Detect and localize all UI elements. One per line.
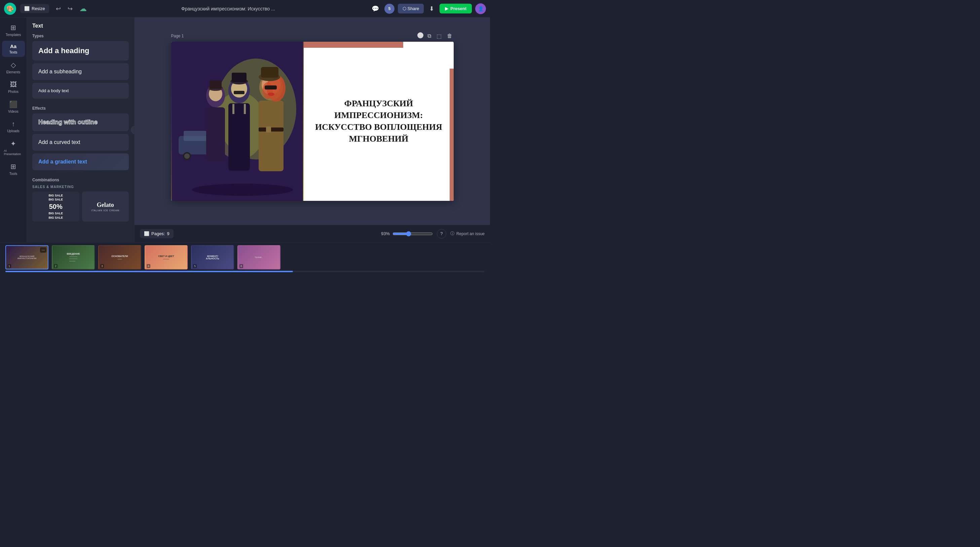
- sidebar-item-elements[interactable]: ◇ Elements: [2, 58, 25, 77]
- videos-icon: ⬛: [9, 100, 18, 108]
- sidebar-item-texts[interactable]: Aa Texts: [2, 41, 25, 57]
- pages-count: 9: [167, 231, 169, 236]
- bottom-bar: ⬜ Pages: 9 93% ? ⓘ Report an issue: [135, 225, 490, 242]
- report-issue-button[interactable]: ⓘ Report an issue: [450, 231, 485, 236]
- svg-rect-20: [232, 104, 234, 114]
- svg-point-26: [262, 82, 273, 99]
- document-title: Французский импрессионизм: Искусство ...: [91, 6, 366, 11]
- svg-rect-15: [228, 103, 250, 171]
- cloud-save-icon: ☁: [80, 4, 87, 13]
- slide-duplicate-button[interactable]: ⧉: [426, 32, 433, 40]
- combo-card-sale[interactable]: BIG SALEBIG SALE50%BIG SALEBIG SALE: [32, 191, 80, 222]
- add-subheading-button[interactable]: Add a subheading: [32, 63, 129, 80]
- sidebar-label-templates: Templates: [6, 33, 21, 37]
- thumbnail-6[interactable]: ТЕХНИ... 6: [237, 245, 280, 270]
- present-icon: ▶: [445, 6, 448, 11]
- svg-rect-29: [265, 85, 277, 89]
- sidebar-item-tools[interactable]: ⊞ Tools: [2, 160, 25, 178]
- thumb-2-content: ВВЕДЕНИЕ ━━━━━━━━━━━━━━━━━━━━━━: [52, 246, 94, 269]
- add-heading-button[interactable]: Add a heading: [32, 41, 129, 61]
- zoom-slider[interactable]: [393, 231, 433, 236]
- sidebar-item-ai-presentation[interactable]: ✦ AI Presentation: [2, 137, 25, 158]
- sidebar-item-photos[interactable]: 🖼 Photos: [2, 78, 25, 96]
- thumb-1-menu[interactable]: ···: [40, 247, 46, 253]
- svg-rect-23: [259, 100, 283, 171]
- svg-point-6: [184, 153, 190, 159]
- svg-rect-10: [206, 107, 225, 161]
- thumbnail-3[interactable]: ОСНОВАТЕЛИ ━━━━ 3: [98, 245, 141, 270]
- slide-accent-right: [450, 69, 454, 201]
- undo-button[interactable]: ↩: [53, 4, 64, 14]
- download-button[interactable]: ⬇: [427, 3, 436, 14]
- user-avatar[interactable]: 👤: [475, 3, 486, 14]
- combinations-section-label: Combinations: [32, 178, 129, 182]
- app-logo[interactable]: 🎨: [4, 3, 16, 15]
- combinations-grid: BIG SALEBIG SALE50%BIG SALEBIG SALE Gela…: [32, 191, 129, 222]
- thumbnail-1[interactable]: ФРАНЦУЗСКИЙИМПРЕССИОНИЗМ ··· 1: [5, 245, 48, 270]
- thumbnail-2[interactable]: ВВЕДЕНИЕ ━━━━━━━━━━━━━━━━━━━━━━ 2: [52, 245, 95, 270]
- collaborators-badge[interactable]: 5: [384, 4, 395, 14]
- canvas-wrapper[interactable]: Page 1 ⧉ ⬚ 🗑: [135, 18, 490, 225]
- svg-point-30: [268, 92, 274, 96]
- slide-color-btn[interactable]: [417, 32, 423, 38]
- sidebar-label-elements: Elements: [6, 70, 21, 74]
- uploads-icon: ↑: [12, 120, 15, 128]
- zoom-value: 93%: [381, 231, 390, 236]
- pages-button[interactable]: ⬜ Pages: 9: [140, 229, 173, 238]
- sidebar-item-templates[interactable]: ⊞ Templates: [2, 21, 25, 39]
- pages-label: Pages:: [151, 231, 165, 236]
- pages-icon: ⬜: [144, 231, 149, 236]
- svg-rect-21: [244, 104, 246, 114]
- thumbnail-strip: ФРАНЦУЗСКИЙИМПРЕССИОНИЗМ ··· 1 ВВЕДЕНИЕ …: [0, 242, 490, 273]
- sidebar-label-ai: AI Presentation: [4, 149, 23, 156]
- page-label: Page 1: [171, 33, 184, 38]
- sidebar-label-photos: Photos: [8, 90, 19, 94]
- report-label: Report an issue: [457, 231, 485, 236]
- thumbnails-list: ФРАНЦУЗСКИЙИМПРЕССИОНИЗМ ··· 1 ВВЕДЕНИЕ …: [5, 245, 485, 270]
- canvas-area: Page 1 ⧉ ⬚ 🗑: [135, 18, 490, 242]
- svg-rect-32: [266, 126, 271, 132]
- add-curved-button[interactable]: Add a curved text: [32, 134, 129, 151]
- svg-rect-28: [261, 67, 278, 78]
- help-button[interactable]: ?: [437, 229, 446, 239]
- combo-sale-text: BIG SALEBIG SALE50%BIG SALEBIG SALE: [48, 193, 63, 220]
- slide-delete-button[interactable]: 🗑: [445, 32, 454, 40]
- sidebar-item-videos[interactable]: ⬛ Videos: [2, 97, 25, 116]
- thumb-2-num: 2: [54, 264, 57, 268]
- slide-image: [171, 42, 304, 201]
- slide-text-area: ФРАНЦУЗСКИЙ ИМПРЕССИОНИЗМ: ИСКУССТВО ВОП…: [304, 42, 453, 201]
- sidebar-item-uploads[interactable]: ↑ Uploads: [2, 117, 25, 136]
- resize-button[interactable]: ⬜ Resize: [20, 4, 49, 13]
- redo-button[interactable]: ↪: [65, 4, 75, 14]
- sidebar-icons: ⊞ Templates Aa Texts ◇ Elements 🖼 Photos…: [0, 18, 27, 242]
- slide-image-area: [171, 42, 304, 201]
- comment-button[interactable]: 💬: [370, 3, 381, 14]
- thumb-6-content: ТЕХНИ...: [238, 246, 280, 269]
- thumb-5-num: 5: [193, 264, 197, 268]
- svg-rect-13: [210, 80, 222, 89]
- svg-rect-19: [234, 91, 245, 94]
- thumbnail-scrollbar[interactable]: [5, 271, 485, 272]
- add-gradient-button[interactable]: Add a gradient text: [32, 153, 129, 170]
- texts-icon: Aa: [10, 43, 16, 49]
- combo-gelato-sub: ITALIAN ICE CREAM: [91, 209, 119, 212]
- main-area: ⊞ Templates Aa Texts ◇ Elements 🖼 Photos…: [0, 18, 490, 242]
- combo-card-gelato[interactable]: Gelato ITALIAN ICE CREAM: [82, 191, 129, 222]
- present-button[interactable]: ▶ Present: [439, 4, 472, 13]
- elements-icon: ◇: [11, 61, 16, 69]
- thumb-4-num: 4: [146, 264, 150, 268]
- share-button[interactable]: ⬡ Share: [398, 4, 424, 13]
- thumbnail-5[interactable]: МОМЕНТ/АЛЬНОСТЬ 5: [191, 245, 234, 270]
- add-outline-button[interactable]: Heading with outline: [32, 113, 129, 131]
- types-label: Types: [32, 33, 129, 38]
- thumbnail-4[interactable]: СВЕТ И ЦВЕТ ━━━━━━ 4: [145, 245, 188, 270]
- ai-presentation-icon: ✦: [10, 140, 16, 148]
- slide-expand-button[interactable]: ⬚: [435, 32, 443, 40]
- panel-collapse-button[interactable]: ‹: [131, 126, 135, 134]
- sidebar-label-videos: Videos: [8, 110, 18, 113]
- undo-redo-group: ↩ ↪: [53, 4, 75, 14]
- slide-title: ФРАНЦУЗСКИЙ ИМПРЕССИОНИЗМ: ИСКУССТВО ВОП…: [314, 97, 443, 145]
- sales-marketing-label: SALES & MARKETING: [32, 185, 129, 189]
- add-body-button[interactable]: Add a body text: [32, 83, 129, 99]
- slide[interactable]: ФРАНЦУЗСКИЙ ИМПРЕССИОНИЗМ: ИСКУССТВО ВОП…: [171, 42, 454, 201]
